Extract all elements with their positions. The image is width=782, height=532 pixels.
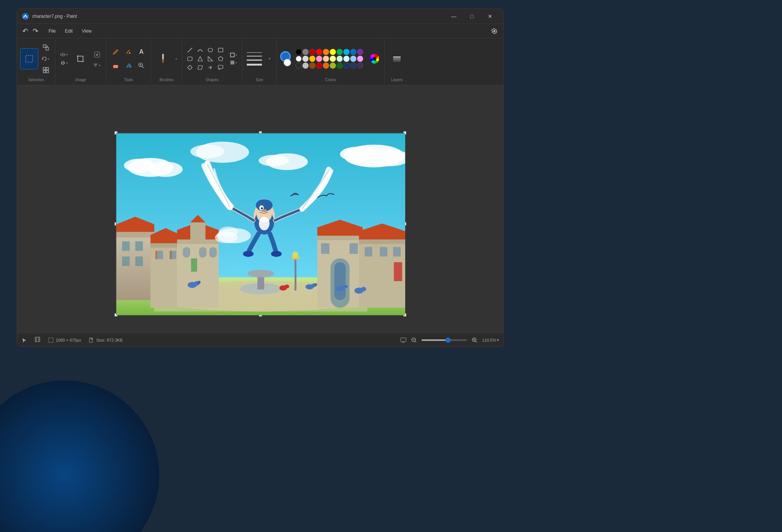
color-picker-button[interactable] [122, 60, 135, 72]
swatch-dark-blue[interactable] [343, 63, 349, 69]
zoom-in-button[interactable] [470, 336, 479, 345]
text-button[interactable]: A [135, 46, 147, 58]
menu-view[interactable]: View [77, 27, 96, 35]
maximize-button[interactable]: □ [463, 11, 481, 22]
color-wheel-container [368, 52, 381, 66]
swatch-yellow[interactable] [330, 49, 336, 55]
swatch-green[interactable] [337, 49, 343, 55]
eraser-button[interactable] [110, 60, 122, 72]
rotate-button[interactable]: ▾ [40, 55, 52, 63]
svg-rect-67 [209, 247, 217, 257]
swatch-light-cyan[interactable] [343, 56, 349, 62]
svg-rect-83 [359, 239, 405, 244]
zoom-slider-thumb[interactable] [445, 337, 451, 343]
swatch-light-yellow[interactable] [330, 56, 336, 62]
ribbon-group-size: ▾ Size [242, 40, 277, 83]
swatch-yellow-green[interactable] [330, 63, 336, 69]
shape-right-triangle-button[interactable] [206, 55, 215, 63]
size-line-2[interactable] [247, 56, 262, 56]
swatch-cyan[interactable] [343, 49, 349, 55]
shape-arrow-button[interactable] [206, 64, 215, 71]
swatch-peach[interactable] [323, 56, 329, 62]
swatch-medium-gray[interactable] [302, 63, 309, 69]
menu-edit[interactable]: Edit [60, 27, 77, 35]
swatch-navy[interactable] [350, 63, 356, 69]
close-button[interactable]: ✕ [481, 11, 499, 22]
swatch-light-green[interactable] [337, 56, 343, 62]
shape-parallelogram-button[interactable] [196, 64, 205, 71]
swatch-transparent[interactable] [296, 63, 302, 69]
size-dropdown-button[interactable]: ▾ [266, 47, 273, 70]
swatch-white[interactable] [296, 56, 302, 62]
shape-callout-button[interactable] [216, 64, 225, 71]
select-all-button[interactable] [40, 64, 52, 76]
shape-triangle-button[interactable] [196, 55, 205, 63]
svg-rect-31 [393, 60, 401, 61]
filters-button[interactable]: ▾ [91, 61, 103, 69]
size-line-1[interactable] [247, 52, 262, 53]
swatch-dark-red2[interactable] [316, 63, 322, 69]
background-color[interactable] [284, 59, 291, 66]
rotate-split-button: ▾ [40, 55, 52, 63]
shape-pentagon-button[interactable] [216, 55, 225, 63]
filesize-text: Size: 972.3KB [96, 338, 123, 342]
settings-button[interactable] [488, 25, 500, 37]
resize-button[interactable] [40, 41, 52, 53]
undo-button[interactable]: ↶ [20, 26, 30, 36]
svg-point-91 [197, 281, 201, 284]
svg-marker-22 [188, 65, 192, 70]
layers-button[interactable] [388, 48, 406, 69]
canvas-area[interactable] [17, 85, 503, 333]
flip-button[interactable]: ▾ [58, 51, 70, 58]
shape-rect-button[interactable] [216, 46, 225, 54]
selection-rect-button[interactable] [20, 48, 38, 69]
swatch-light-gray[interactable] [302, 56, 309, 62]
swatch-dark-red[interactable] [309, 49, 315, 55]
canvas-selection-wrapper [116, 133, 405, 315]
swatch-dark-purple[interactable] [357, 63, 363, 69]
brush-type-button[interactable]: ▾ [174, 56, 179, 62]
fill-type-button[interactable]: ▾ [228, 59, 239, 66]
crop-button[interactable] [71, 48, 89, 69]
size-line-3[interactable] [247, 60, 262, 61]
pencil-button[interactable] [110, 46, 122, 58]
fill-button[interactable] [122, 46, 135, 58]
swatch-black[interactable] [296, 49, 302, 55]
size-line-4[interactable] [247, 64, 262, 66]
shape-curve-button[interactable] [196, 46, 205, 54]
shape-rounded-rect-button[interactable] [185, 55, 194, 63]
swatch-blue[interactable] [350, 49, 356, 55]
swatch-gold[interactable] [309, 56, 315, 62]
svg-rect-65 [183, 247, 190, 257]
tools-label: Tools [124, 78, 133, 82]
zoom-tool-button[interactable] [135, 60, 147, 72]
swatch-dark-green[interactable] [337, 63, 343, 69]
svg-point-110 [263, 209, 267, 212]
swatch-gray[interactable] [302, 49, 309, 55]
menubar: ↶ ↷ File Edit View [17, 24, 503, 38]
outline-button[interactable]: ▾ [228, 52, 239, 58]
fit-window-button[interactable] [34, 336, 41, 344]
monitor-icon [400, 337, 406, 343]
redo-button[interactable]: ↷ [30, 26, 41, 36]
swatch-brown[interactable] [309, 63, 315, 69]
shape-line-button[interactable] [185, 46, 194, 54]
swatch-dark-orange[interactable] [323, 63, 329, 69]
zoom-out-button[interactable] [409, 336, 418, 345]
brush-main-button[interactable] [154, 48, 172, 69]
shape-oval-button[interactable] [206, 46, 215, 54]
color-wheel-button[interactable] [368, 52, 381, 66]
zoom-dropdown-button[interactable]: ▾ [497, 338, 499, 342]
swatch-light-blue[interactable] [350, 56, 356, 62]
swatch-orange[interactable] [323, 49, 329, 55]
shape-diamond-button[interactable] [185, 64, 194, 71]
menu-file[interactable]: File [44, 27, 60, 35]
adjust-button[interactable]: ▾ [58, 59, 70, 67]
swatch-purple[interactable] [357, 49, 363, 55]
swatch-light-purple[interactable] [357, 56, 363, 62]
swatch-red[interactable] [316, 49, 322, 55]
ai-select-button[interactable] [91, 49, 103, 61]
zoom-slider[interactable] [422, 339, 467, 341]
minimize-button[interactable]: — [445, 11, 462, 22]
swatch-pink[interactable] [316, 56, 322, 62]
